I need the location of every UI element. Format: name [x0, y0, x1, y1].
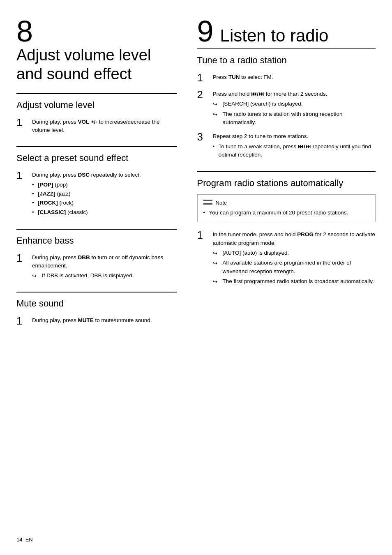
arrow-all-stations: ↪ All available stations are programmed … [213, 259, 376, 276]
arrow-search: ↪ [SEARCH] (search) is displayed. [213, 100, 376, 108]
left-chapter-heading: 8 Adjust volume level and sound effect [16, 16, 177, 83]
step-adjust-volume-1: 1 During play, press VOL +/- to increase… [16, 116, 177, 135]
step-content: During play, press DSC repeatedly to sel… [32, 169, 177, 217]
bullet-pop: •[POP] (pop) [32, 181, 177, 189]
step-tune-1: 1 Press TUN to select FM. [197, 71, 376, 84]
language-label: EN [25, 537, 33, 543]
bullet-rock: •[ROCK] (rock) [32, 199, 177, 207]
step-tune-3: 3 Repeat step 2 to tune to more stations… [197, 131, 376, 160]
page-number: 14 [16, 537, 22, 543]
step-number: 3 [197, 131, 209, 143]
note-bullet-1: • You can program a maximum of 20 preset… [203, 209, 369, 217]
section-title-mute-sound: Mute sound [16, 298, 177, 309]
section-preset-sound: Select a preset sound effect 1 During pl… [16, 146, 177, 217]
step-content: In the tuner mode, press and hold PROG f… [213, 229, 376, 286]
bullet-classic: •[CLASSIC] (classic) [32, 208, 177, 216]
step-number: 1 [197, 71, 209, 84]
section-title-enhance-bass: Enhance bass [16, 235, 177, 246]
left-column: 8 Adjust volume level and sound effect A… [16, 16, 189, 539]
step-number: 2 [197, 88, 209, 101]
note-box: Note • You can program a maximum of 20 p… [197, 194, 376, 222]
right-chapter-number: 9 [197, 16, 214, 46]
divider-adjust-volume [16, 93, 177, 94]
note-bullets: • You can program a maximum of 20 preset… [203, 209, 369, 217]
step-content: Repeat step 2 to tune to more stations. … [213, 131, 376, 160]
arrow-auto: ↪ [AUTO] (auto) is displayed. [213, 249, 376, 258]
arrow-dbb: ↪ If DBB is activated, DBB is displayed. [32, 272, 177, 280]
section-tune-radio: Tune to a radio station 1 Press TUN to s… [197, 48, 376, 160]
section-title-program-auto: Program radio stations automatically [197, 178, 376, 189]
section-mute-sound: Mute sound 1 During play, press MUTE to … [16, 292, 177, 327]
right-column: 9 Listen to radio Tune to a radio statio… [189, 16, 376, 539]
section-enhance-bass: Enhance bass 1 During play, press DBB to… [16, 229, 177, 280]
bullet-weak-station: • To tune to a weak station, press ⏮/⏭ r… [213, 143, 376, 159]
divider-mute-sound [16, 292, 177, 292]
step-content: Press TUN to select FM. [213, 71, 376, 81]
section-title-adjust-volume: Adjust volume level [16, 100, 177, 111]
note-header: Note [203, 199, 369, 206]
tune-bullets: • To tune to a weak station, press ⏮/⏭ r… [213, 143, 376, 159]
step-number: 1 [16, 169, 28, 182]
arrow-radio-tunes: ↪ The radio tunes to a station with stro… [213, 110, 376, 127]
bullet-jazz: •[JAZZ] (jazz) [32, 190, 177, 198]
arrow-first-programmed: ↪ The first programmed radio station is … [213, 277, 376, 286]
step-enhance-bass-1: 1 During play, press DBB to turn or or o… [16, 252, 177, 280]
section-title-preset-sound: Select a preset sound effect [16, 153, 177, 164]
step-program-1: 1 In the tuner mode, press and hold PROG… [197, 229, 376, 286]
page-footer: 14 EN [16, 537, 33, 543]
divider-preset-sound [16, 146, 177, 147]
step-number: 1 [16, 116, 28, 129]
note-icon [203, 199, 212, 206]
preset-sound-bullets: •[POP] (pop) •[JAZZ] (jazz) •[ROCK] (roc… [32, 181, 177, 216]
step-number: 1 [197, 229, 209, 242]
right-chapter-title: Listen to radio [220, 27, 329, 44]
step-number: 1 [16, 315, 28, 327]
divider-tune-radio [197, 48, 376, 49]
step-content: Press and hold ⏮/⏭ for more than 2 secon… [213, 88, 376, 127]
left-chapter-title: Adjust volume level and sound effect [16, 46, 177, 83]
section-adjust-volume: Adjust volume level 1 During play, press… [16, 93, 177, 135]
page-container: 8 Adjust volume level and sound effect A… [16, 16, 376, 539]
note-label: Note [216, 200, 227, 206]
step-number: 1 [16, 252, 28, 265]
left-chapter-number: 8 [16, 16, 177, 46]
step-content: During play, press MUTE to mute/unmute s… [32, 315, 177, 325]
divider-enhance-bass [16, 229, 177, 230]
step-content: During play, press DBB to turn or or off… [32, 252, 177, 280]
step-content: During play, press VOL +/- to increase/d… [32, 116, 177, 135]
step-mute-sound-1: 1 During play, press MUTE to mute/unmute… [16, 315, 177, 327]
divider-program-auto [197, 171, 376, 172]
right-chapter-heading: 9 Listen to radio [197, 16, 376, 46]
step-preset-sound-1: 1 During play, press DSC repeatedly to s… [16, 169, 177, 217]
step-tune-2: 2 Press and hold ⏮/⏭ for more than 2 sec… [197, 88, 376, 127]
section-program-auto: Program radio stations automatically Not… [197, 171, 376, 286]
section-title-tune-radio: Tune to a radio station [197, 55, 376, 66]
